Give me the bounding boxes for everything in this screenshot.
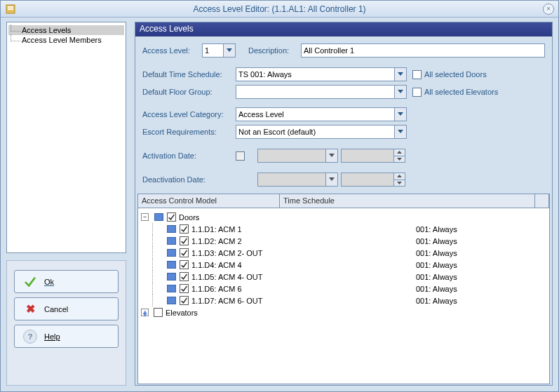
close-button[interactable]: × — [543, 4, 554, 15]
app-icon — [5, 4, 16, 15]
chevron-down-icon[interactable] — [394, 86, 406, 98]
row-checkbox[interactable] — [180, 272, 189, 281]
column-header-ts[interactable]: Time Schedule — [280, 194, 535, 208]
description-input[interactable]: All Controller 1 — [301, 43, 545, 58]
x-icon: ✖ — [22, 301, 39, 318]
button-label: Help — [44, 332, 118, 341]
deactivation-time-spinner[interactable] — [341, 173, 405, 187]
tree-row[interactable]: 1.1.D3: ACM 2- OUT001: Always — [141, 247, 549, 259]
row-schedule: 001: Always — [416, 273, 549, 281]
label-default-ts: Default Time Schedule: — [142, 70, 236, 79]
question-icon: ? — [22, 328, 39, 345]
svg-rect-1 — [8, 6, 13, 8]
row-name: 1.1.D1: ACM 1 — [191, 225, 276, 234]
nav-access-levels[interactable]: Access Levels — [8, 25, 124, 35]
row-name: 1.1.D4: ACM 4 — [191, 261, 276, 269]
tree-row[interactable]: 1.1.D7: ACM 6- OUT001: Always — [141, 295, 549, 306]
ok-button[interactable]: Ok — [14, 270, 119, 293]
row-schedule: 001: Always — [416, 297, 549, 305]
row-name: 1.1.D3: ACM 2- OUT — [191, 249, 276, 257]
label-description: Description: — [248, 46, 301, 55]
row-schedule: 001: Always — [416, 249, 549, 257]
chevron-down-icon[interactable] — [394, 156, 405, 163]
deactivation-date-combo[interactable] — [257, 173, 338, 187]
label-all-elev: All selected Elevators — [424, 88, 498, 96]
tree-row[interactable]: 1.1.D1: ACM 1001: Always — [141, 223, 549, 235]
nav-label: Access Levels — [22, 26, 71, 34]
chevron-down-icon[interactable] — [223, 44, 235, 57]
label-default-fg: Default Floor Group: — [142, 88, 236, 96]
group-checkbox[interactable] — [167, 212, 176, 222]
default-fg-combo[interactable] — [236, 85, 407, 99]
tree-row[interactable]: 1.1.D4: ACM 4001: Always — [141, 259, 549, 271]
cancel-button[interactable]: ✖ Cancel — [14, 297, 119, 320]
chevron-down-icon[interactable] — [394, 126, 406, 138]
chevron-down-icon[interactable] — [394, 68, 406, 81]
tree-row[interactable]: 1.1.D5: ACM 4- OUT001: Always — [141, 271, 549, 283]
door-icon — [167, 285, 176, 292]
panel-title: Access Levels — [135, 22, 552, 36]
chevron-down-icon[interactable] — [394, 180, 405, 187]
door-icon — [167, 273, 176, 281]
combo-value: TS 001: Always — [238, 70, 292, 79]
row-schedule: 001: Always — [416, 237, 549, 245]
column-header-acm[interactable]: Access Control Model — [138, 194, 280, 208]
row-checkbox[interactable] — [180, 248, 189, 257]
tree-row[interactable]: 1.1.D2: ACM 2001: Always — [141, 235, 549, 247]
group-checkbox[interactable] — [154, 308, 163, 317]
all-elev-checkbox[interactable] — [412, 88, 422, 97]
nav-tree: Access Levels Access Level Members — [6, 22, 126, 253]
chevron-up-icon[interactable] — [394, 173, 405, 180]
label-all-doors: All selected Doors — [424, 70, 487, 79]
door-icon — [167, 261, 176, 269]
label-activation: Activation Date: — [142, 151, 236, 160]
row-name: 1.1.D7: ACM 6- OUT — [191, 297, 276, 305]
default-ts-combo[interactable]: TS 001: Always — [236, 67, 407, 81]
chevron-down-icon[interactable] — [394, 108, 406, 121]
access-level-combo[interactable]: 1 — [202, 43, 236, 58]
activation-time-spinner[interactable] — [341, 149, 405, 163]
help-button[interactable]: ? Help — [14, 325, 119, 348]
expand-icon[interactable]: ▴▾ — [141, 309, 149, 316]
label-access-level: Access Level: — [142, 46, 202, 55]
door-icon — [167, 225, 176, 233]
window-title: Access Level Editor: (1.1.AL1: All Contr… — [193, 4, 365, 14]
activation-enable-checkbox[interactable] — [236, 151, 245, 161]
row-schedule: 001: Always — [416, 285, 549, 293]
main-panel: Access Levels Access Level: 1 Descriptio… — [135, 22, 553, 386]
title-bar: Access Level Editor: (1.1.AL1: All Contr… — [1, 1, 558, 18]
combo-value: Not an Escort (default) — [238, 128, 316, 136]
label-category: Access Level Category: — [142, 110, 236, 119]
escort-combo[interactable]: Not an Escort (default) — [236, 125, 407, 139]
door-icon — [167, 249, 176, 257]
chevron-down-icon[interactable] — [325, 149, 337, 162]
collapse-icon[interactable]: − — [141, 213, 149, 221]
row-checkbox[interactable] — [180, 296, 189, 305]
window-frame: Access Level Editor: (1.1.AL1: All Contr… — [0, 0, 559, 392]
grid-header: Access Control Model Time Schedule — [138, 194, 549, 208]
label-deactivation: Deactivation Date: — [142, 175, 236, 184]
row-schedule: 001: Always — [416, 225, 549, 234]
activation-date-combo[interactable] — [257, 149, 338, 163]
label-escort: Escort Requirements: — [142, 128, 236, 136]
row-checkbox[interactable] — [180, 260, 189, 269]
row-checkbox[interactable] — [180, 284, 189, 293]
grid-body[interactable]: −Doors1.1.D1: ACM 1001: Always1.1.D2: AC… — [138, 208, 549, 384]
category-combo[interactable]: Access Level — [236, 107, 407, 121]
all-doors-checkbox[interactable] — [412, 70, 422, 79]
row-schedule: 001: Always — [416, 261, 549, 269]
row-name: 1.1.D6: ACM 6 — [191, 285, 276, 293]
tree-row[interactable]: 1.1.D6: ACM 6001: Always — [141, 283, 549, 295]
row-checkbox[interactable] — [180, 224, 189, 234]
button-label: Cancel — [44, 305, 118, 313]
tree-group-elevators[interactable]: ▴▾Elevators — [141, 306, 549, 318]
row-checkbox[interactable] — [180, 236, 189, 245]
door-icon — [167, 297, 176, 304]
chevron-down-icon[interactable] — [325, 173, 337, 186]
chevron-up-icon[interactable] — [394, 149, 405, 156]
svg-rect-2 — [8, 8, 13, 10]
nav-access-level-members[interactable]: Access Level Members — [8, 35, 124, 45]
tree-group-doors[interactable]: −Doors — [141, 211, 549, 223]
folder-icon — [154, 213, 163, 221]
row-name: 1.1.D5: ACM 4- OUT — [191, 273, 276, 281]
